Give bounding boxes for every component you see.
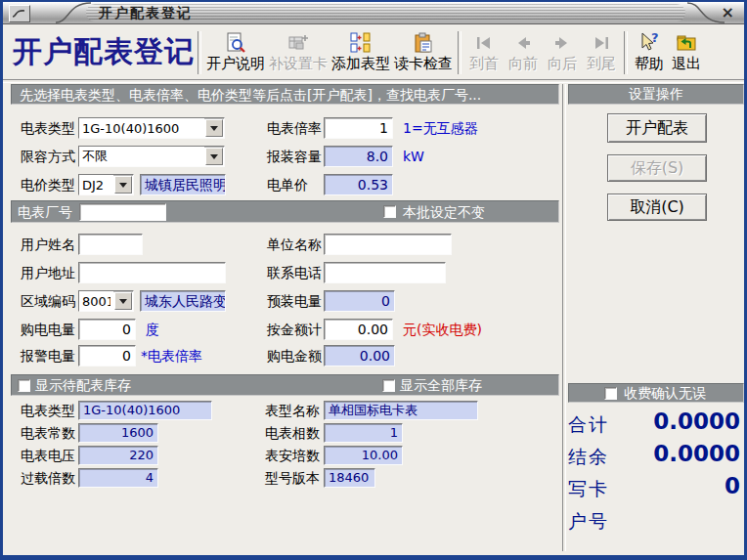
go-last-icon — [590, 31, 613, 55]
user-name-label: 用户姓名 — [21, 237, 75, 254]
exit-icon — [675, 31, 698, 55]
cancel-button[interactable]: 取消(C) — [607, 194, 707, 221]
unit-price-label: 电单价 — [267, 177, 308, 194]
install-capacity-label: 报装容量 — [267, 149, 322, 166]
title-bar[interactable]: 开户配表登记 × — [3, 2, 744, 24]
meter-constant-label: 电表常数 — [21, 425, 75, 443]
phone-label: 联系电话 — [267, 265, 322, 282]
show-all-label: 显示全部库存 — [400, 377, 482, 395]
purchase-energy-input[interactable] — [78, 319, 136, 340]
amperage-label: 表安培数 — [265, 448, 320, 465]
go-prev-icon — [511, 31, 535, 55]
window-title: 开户配表登记 — [99, 5, 193, 22]
instruction-text: 先选择电表类型、电表倍率、电价类型等后点击[开户配表]，查找电表厂号... — [20, 87, 481, 105]
factory-no-input[interactable] — [79, 203, 166, 221]
amperage-value: 10.00 — [324, 446, 403, 465]
user-address-label: 用户地址 — [21, 265, 75, 282]
go-first-icon — [472, 31, 496, 55]
unit-price-value: 0.53 — [324, 174, 393, 195]
purchase-energy-unit: 度 — [146, 322, 159, 339]
show-pending-label: 显示待配表库存 — [35, 377, 131, 395]
page-title: 开户配表登记 — [13, 32, 195, 72]
toolbar-button-prev[interactable]: 向前 — [504, 28, 543, 77]
toolbar-separator — [458, 31, 461, 74]
phase-count-value: 1 — [324, 423, 403, 443]
purchase-amount-value: 0.00 — [324, 345, 395, 366]
toolbar-button-last[interactable]: 到尾 — [582, 28, 621, 77]
app-window: 开户配表登记 × 开户配表登记 开户说明 补设置卡 — [0, 0, 747, 560]
price-type-input[interactable] — [79, 175, 113, 194]
toolbar-button-read-card-check[interactable]: 读卡检查 — [392, 28, 455, 77]
user-name-input[interactable] — [78, 234, 143, 255]
org-name-label: 单位名称 — [267, 237, 322, 254]
region-code-input[interactable] — [79, 291, 113, 311]
fee-confirm-checkbox[interactable] — [604, 387, 617, 400]
price-type-label: 电价类型 — [21, 177, 75, 194]
add-meter-type-icon — [349, 31, 373, 55]
meter-type-select[interactable] — [78, 117, 225, 139]
show-all-checkbox[interactable] — [382, 379, 395, 392]
purchase-energy-label: 购电电量 — [21, 322, 75, 339]
actions-header-bar: 设置操作 — [568, 84, 744, 105]
save-button[interactable]: 保存(S) — [607, 154, 707, 182]
price-type-desc: 城镇居民照明 — [140, 174, 226, 195]
toolbar-button-exit[interactable]: 退出 — [668, 28, 705, 77]
overload-factor-value: 4 — [78, 468, 158, 488]
total-value: 0.0000 — [574, 409, 740, 434]
toolbar-separator — [624, 31, 628, 74]
toolbar-button-next[interactable]: 向后 — [543, 28, 582, 77]
balance-value: 0.0000 — [574, 441, 740, 466]
actions-header: 设置操作 — [629, 86, 683, 102]
show-pending-checkbox[interactable] — [18, 379, 30, 392]
meter-type-input[interactable] — [79, 118, 204, 138]
chevron-down-icon[interactable] — [205, 119, 223, 137]
alarm-energy-input[interactable] — [78, 345, 136, 366]
toolbar-separator — [198, 31, 201, 74]
toolbar-button-add-meter-type[interactable]: 添加表型 — [330, 28, 392, 77]
chevron-down-icon[interactable] — [205, 148, 223, 165]
toolbar-divider — [3, 79, 744, 83]
capacity-limit-select[interactable] — [78, 146, 225, 167]
close-icon[interactable]: × — [722, 3, 734, 22]
model-version-value: 18460 — [324, 468, 375, 488]
alarm-energy-label: 报警电量 — [21, 348, 75, 366]
confirm-bar: 收费确认无误 — [568, 383, 744, 403]
instruction-bar: 先选择电表类型、电表倍率、电价类型等后点击[开户配表]，查找电表厂号... — [11, 84, 559, 105]
region-code-select[interactable] — [78, 290, 134, 312]
region-code-label: 区域编码 — [21, 293, 75, 311]
toolbar-button-supplement-card[interactable]: 补设置卡 — [267, 28, 330, 77]
toolbar-button-first[interactable]: 到首 — [464, 28, 504, 77]
price-type-select[interactable] — [78, 174, 134, 195]
preinstall-energy-value: 0 — [324, 290, 395, 312]
doc-search-icon — [224, 31, 247, 55]
go-next-icon — [550, 31, 574, 55]
batch-fixed-label: 本批设定不变 — [403, 204, 485, 222]
voltage-label: 电表电压 — [21, 448, 75, 465]
phone-input[interactable] — [324, 262, 446, 283]
chevron-down-icon[interactable] — [114, 176, 132, 194]
fee-confirm-label: 收费确认无误 — [624, 385, 706, 403]
meter-ratio-hint: 1=无互感器 — [403, 120, 478, 138]
model-version-label: 型号版本 — [265, 470, 320, 488]
by-amount-input[interactable] — [324, 319, 393, 340]
assign-meter-button[interactable]: 开户配表 — [607, 113, 707, 143]
write-card-value: 0 — [574, 473, 740, 498]
factory-no-bar: 电表厂号 本批设定不变 — [11, 200, 559, 223]
capacity-limit-input[interactable] — [79, 147, 204, 166]
meter-constant-value: 1600 — [78, 423, 158, 443]
toolbar-button-help[interactable]: ? 帮助 — [631, 28, 668, 77]
card-add-icon — [286, 31, 310, 55]
by-amount-label: 按金额计 — [267, 322, 322, 339]
inventory-bar: 显示待配表库存 显示全部库存 — [11, 374, 559, 396]
toolbar-button-account-help[interactable]: 开户说明 — [204, 28, 267, 77]
batch-fixed-checkbox[interactable] — [383, 205, 396, 218]
chevron-down-icon[interactable] — [114, 292, 132, 310]
panel-divider — [562, 84, 566, 551]
meter-ratio-input[interactable] — [324, 117, 393, 139]
user-address-input[interactable] — [78, 262, 226, 283]
install-capacity-value: 8.0 — [324, 146, 393, 167]
factory-no-label: 电表厂号 — [18, 204, 72, 222]
inv-meter-type-label: 电表类型 — [21, 403, 75, 420]
by-amount-hint: 元(实收电费) — [403, 322, 482, 339]
org-name-input[interactable] — [324, 234, 452, 255]
